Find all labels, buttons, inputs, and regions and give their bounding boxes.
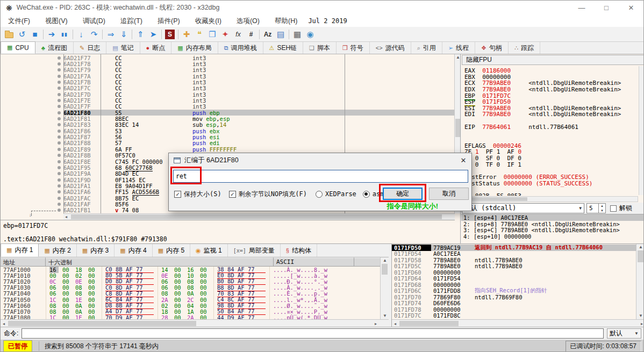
stack-row[interactable]: 0171FD7800000000	[392, 306, 636, 313]
open-file-icon[interactable]	[3, 28, 16, 40]
register-line[interactable]: EBX 00000000	[464, 74, 638, 80]
breakpoint-dot[interactable]	[54, 111, 63, 114]
tab-调用堆栈[interactable]: ⧉调用堆栈	[218, 42, 263, 54]
stack-row[interactable]: 0171FD7077B69F80ntdll.77B69F80	[392, 294, 636, 300]
register-line[interactable]	[464, 167, 638, 174]
breakpoint-dot[interactable]	[54, 166, 63, 169]
step-out-icon[interactable]: ⇑	[134, 28, 147, 40]
tab-监视 1[interactable]: ◉监视 1	[190, 244, 228, 257]
stack-row[interactable]: 0171FD6000000000	[392, 269, 636, 276]
register-line[interactable]: EIP 77B64061 ntdll.77B64061	[464, 124, 638, 130]
disassembly-hscrollbar[interactable]: ↓ ◂	[1, 213, 455, 220]
register-line[interactable]: EFLAGS 00000246	[464, 142, 638, 149]
register-line[interactable]: LastError 00000000 (ERROR_SUCCESS)	[464, 174, 638, 180]
argument-row[interactable]: 2: [esp+8] 77B9ABE0 <ntdll.DbgUiRemoteBr…	[461, 221, 644, 227]
register-line[interactable]: EDI 77B9ABE0 <ntdll.DbgUiRemoteBreakin>	[464, 111, 638, 117]
breakpoint-dot[interactable]	[54, 130, 63, 133]
stack-row[interactable]: 0171FD5077B9AC19返回到 ntdll.77B9AC19 自 ntd…	[392, 245, 636, 251]
disasm-row[interactable]: 6AD21F896A FFpush FFFFFFFF	[1, 146, 455, 152]
register-line[interactable]: EAX 01186000	[464, 67, 638, 74]
execute-till-return-icon[interactable]: ⇓	[117, 28, 130, 40]
calling-convention-select[interactable]: 默认 (stdcall) ▼	[462, 203, 584, 213]
tab-断点[interactable]: ●断点	[140, 42, 172, 54]
register-line[interactable]: ESI 77B9ABE0 <ntdll.DbgUiRemoteBreakin>	[464, 105, 638, 111]
breakpoint-dot[interactable]	[54, 56, 63, 60]
dump-row[interactable]: 77AF103006000800C0 8D AF 7706000800B8 8D…	[1, 285, 380, 291]
breakpoint-dot[interactable]	[54, 160, 63, 163]
argument-count-spinner[interactable]: 5 ▲▼	[586, 203, 606, 213]
step-into-icon[interactable]: ↓	[75, 28, 88, 40]
register-line[interactable]: OF 0 SF 0 DF 0	[464, 155, 638, 161]
pause-icon[interactable]: ▮▮	[58, 28, 71, 40]
stack-row[interactable]: 0171FD640171FD54	[392, 276, 636, 282]
disasm-row[interactable]: 6AD21F8383EC 14sub esp,14	[1, 122, 455, 128]
comments-icon[interactable]: ❝	[193, 28, 206, 40]
browser-icon[interactable]: ◉	[304, 28, 317, 40]
stack-hscrollbar[interactable]: ◂ ▸	[392, 319, 644, 327]
breakpoint-dot[interactable]	[54, 68, 63, 71]
disasm-row[interactable]: 6AD21F8653push ebx	[1, 128, 455, 134]
hide-fpu-button[interactable]: 隐藏FPU	[462, 55, 644, 65]
tab-符号[interactable]: ❒符号	[337, 42, 370, 54]
tab-SEH链[interactable]: ⚠SEH链	[263, 42, 304, 54]
breakpoint-dot[interactable]	[54, 81, 63, 84]
breakpoint-dot[interactable]	[54, 75, 63, 78]
menu-item[interactable]: 追踪(T)	[113, 17, 150, 26]
disasm-row[interactable]: 6AD21F7BCCint3	[1, 79, 455, 85]
stack-row[interactable]: 0171FD74D60FE6D6	[392, 300, 636, 307]
argument-row[interactable]: 3: [esp+C] 77B9ABE0 <ntdll.DbgUiRemoteBr…	[461, 227, 644, 233]
disasm-row[interactable]: 6AD21F78CCint3	[1, 61, 455, 67]
stack-vscrollbar[interactable]: ▲ ▼	[636, 244, 644, 319]
tab-笔记[interactable]: ▤笔记	[106, 42, 140, 54]
breakpoint-dot[interactable]	[54, 99, 63, 102]
breakpoint-dot[interactable]	[54, 190, 63, 193]
labels-icon[interactable]: ❒	[206, 28, 219, 40]
stack-row[interactable]: 0171FD54A0C17EEA	[392, 251, 636, 257]
breakpoint-dot[interactable]	[54, 172, 63, 175]
run-icon[interactable]: ➔	[45, 28, 58, 40]
breakpoint-dot[interactable]	[54, 154, 63, 157]
command-input[interactable]	[22, 328, 604, 339]
disasm-row[interactable]: 6AD21F77CCint3	[1, 55, 455, 61]
fill-nop-checkbox[interactable]: ✓	[229, 191, 236, 198]
patch-icon[interactable]: ✚	[180, 28, 193, 40]
register-line[interactable]: EDX 77B9ABE0 <ntdll.DbgUiRemoteBreakin>	[464, 86, 638, 92]
source-icon[interactable]: S	[165, 30, 175, 39]
disasm-row[interactable]: 6AD21F8857push edi	[1, 140, 455, 146]
registers-vscrollbar[interactable]	[639, 66, 644, 195]
notes-icon[interactable]: ▤	[274, 28, 287, 40]
register-line[interactable]: CF 0 TF 0 IF 1	[464, 161, 638, 168]
disasm-row[interactable]: 6AD21F7CCCint3	[1, 85, 455, 91]
command-mode-dropdown[interactable]: 默认 ▼	[607, 328, 641, 339]
register-line[interactable]	[464, 130, 638, 136]
dump-row[interactable]: 77AF10501C001E006C 84 AF 772A002C00C4 8C…	[1, 297, 380, 303]
breakpoint-dot[interactable]	[54, 148, 63, 151]
menu-item[interactable]: 文件(F)	[1, 17, 38, 26]
disasm-row[interactable]: 6AD21F79CCint3	[1, 67, 455, 73]
breakpoint-dot[interactable]	[54, 117, 63, 120]
argument-row[interactable]: 4: [esp+10] 00000000	[461, 233, 644, 240]
tab-内存 3[interactable]: ▦内存 3	[77, 244, 115, 257]
close-button[interactable]: ✕	[619, 1, 643, 15]
dump-row[interactable]: 77AF107008000A00A4 D7 AF 7718001A0050 84…	[1, 308, 380, 314]
dump-hscrollbar[interactable]: ◂ ▸	[1, 319, 389, 327]
highlight-az-icon[interactable]: Az	[261, 28, 274, 40]
dump-vscrollbar[interactable]: ▲ ▼	[380, 257, 389, 319]
dump-row[interactable]: 77AF10200C000E00D0 8D AF 7706000800B0 8D…	[1, 278, 380, 284]
tab-脚本[interactable]: ❏脚本	[303, 42, 337, 54]
tab-线程[interactable]: ➢线程	[442, 42, 475, 54]
menu-item[interactable]: 收藏夹(I)	[188, 17, 229, 26]
tab-局部变量[interactable]: [x=]局部变量	[228, 244, 281, 257]
argument-row[interactable]: 1: [esp+4] A0C17EEA	[461, 214, 644, 221]
register-line[interactable]: EBP 0171FD7C	[464, 92, 638, 99]
tab-内存 5[interactable]: ▦内存 5	[153, 244, 190, 257]
asmjit-radio[interactable]	[363, 191, 370, 198]
disasm-row[interactable]: 6AD21F8055push ebp	[1, 110, 455, 116]
dialog-title-bar[interactable]: 汇编于 6AD21F80 ✕	[169, 153, 471, 167]
tab-内存 1[interactable]: ▦内存 1	[1, 243, 39, 257]
register-line[interactable]	[464, 186, 638, 192]
run-to-user-icon[interactable]: ➤	[147, 28, 160, 40]
stack-row[interactable]: 0171FD5C77B9ABE0ntdll.77B9ABE0	[392, 263, 636, 270]
disasm-row[interactable]: 6AD21F7ACCint3	[1, 73, 455, 79]
cancel-button[interactable]: 取消	[429, 188, 469, 200]
